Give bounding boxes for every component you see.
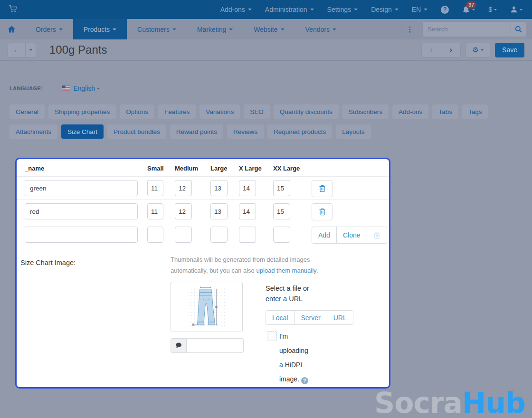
help-button[interactable]: ? [441, 6, 449, 14]
tab-size-chart[interactable]: Size Chart [61, 124, 104, 139]
hidpi-help-icon[interactable]: ? [301, 377, 308, 384]
tab-tabs[interactable]: Tabs [432, 104, 458, 119]
size-chart-thumbnail[interactable] [171, 282, 243, 332]
new-row-name-input[interactable] [25, 227, 138, 243]
row-name-input[interactable] [25, 203, 138, 219]
tab-product-bundles[interactable]: Product bundles [107, 124, 166, 139]
tab-variations[interactable]: Variations [200, 104, 240, 119]
chevron-down-icon [354, 9, 358, 10]
new-row-medium-input[interactable] [175, 227, 192, 243]
delete-row-button-disabled[interactable] [367, 227, 387, 244]
row-large-input[interactable] [210, 203, 228, 219]
hidpi-line1: I'm [279, 332, 288, 340]
row-name-input[interactable] [25, 180, 138, 196]
tab-reward-points[interactable]: Reward points [170, 124, 223, 139]
clone-row-button[interactable]: Clone [336, 227, 367, 244]
delete-row-button[interactable] [312, 180, 332, 197]
search-input[interactable] [422, 21, 511, 37]
menu-language-en[interactable]: EN [412, 6, 428, 13]
menu-administration[interactable]: Administration [265, 6, 314, 13]
cart-icon[interactable] [9, 5, 18, 14]
row-small-input[interactable] [147, 203, 163, 219]
back-split-button: ← [8, 43, 36, 57]
menu-design[interactable]: Design [371, 6, 399, 13]
menu-addons[interactable]: Add-ons [220, 6, 252, 13]
nav-website[interactable]: Website [243, 19, 294, 39]
trash-icon [373, 231, 380, 239]
account-menu[interactable] [510, 6, 522, 13]
nav-customers[interactable]: Customers [127, 19, 187, 39]
chevron-down-icon [424, 9, 428, 10]
nav-products[interactable]: Products [73, 19, 127, 39]
tab-layouts[interactable]: Layouts [336, 124, 370, 139]
upload-server-button[interactable]: Server [294, 310, 327, 325]
hidpi-label: I'm uploading a HiDPI image.? [279, 329, 319, 386]
nav-website-label: Website [254, 26, 277, 33]
previous-item-button[interactable]: ‹ [421, 43, 441, 57]
delete-row-button[interactable] [312, 203, 332, 220]
upload-manually-link[interactable]: upload them manually. [256, 267, 318, 274]
notifications-button[interactable]: 37 [462, 6, 475, 14]
nav-marketing[interactable]: Marketing [187, 19, 243, 39]
chevron-down-icon [395, 9, 399, 10]
nav-home[interactable] [0, 19, 25, 39]
hidpi-line2: uploading [279, 347, 308, 354]
nav-orders[interactable]: Orders [25, 19, 73, 39]
add-row-button[interactable]: Add [312, 227, 337, 244]
next-item-button[interactable]: › [441, 43, 461, 57]
tab-quantity-discounts[interactable]: Quantity discounts [274, 104, 339, 119]
new-row-small-input[interactable] [147, 227, 163, 243]
tab-tags[interactable]: Tags [462, 104, 488, 119]
back-dropdown-button[interactable] [25, 43, 36, 57]
menu-settings[interactable]: Settings [327, 6, 358, 13]
upload-local-button[interactable]: Local [266, 310, 294, 325]
gear-menu-button[interactable]: ⚙ [466, 43, 490, 57]
table-row-red [17, 200, 389, 223]
currency-menu[interactable]: $ [488, 6, 497, 13]
nav-marketing-label: Marketing [197, 26, 226, 33]
tab-features[interactable]: Features [158, 104, 196, 119]
row-large-input[interactable] [210, 180, 228, 196]
upload-url-button[interactable]: URL [327, 310, 353, 325]
tab-subscribers[interactable]: Subscribers [342, 104, 389, 119]
size-table-header: _name Small Medium Large X Large XX Larg… [17, 159, 389, 177]
tab-addons[interactable]: Add-ons [392, 104, 428, 119]
row-medium-input[interactable] [175, 180, 192, 196]
row-xlarge-input[interactable] [239, 203, 256, 219]
row-small-input[interactable] [147, 180, 163, 196]
thumbnail-hint-line2: automatically, but you can also upload t… [171, 267, 318, 274]
size-chart-panel-inner: _name Small Medium Large X Large XX Larg… [17, 159, 389, 387]
tab-seo[interactable]: SEO [244, 104, 270, 119]
new-row-large-input[interactable] [210, 227, 228, 243]
column-header-small: Small [147, 165, 164, 172]
nav-vendors[interactable]: Vendors [295, 19, 347, 39]
row-xxlarge-input[interactable] [273, 180, 290, 196]
tab-shipping-properties[interactable]: Shipping properties [48, 104, 116, 119]
more-actions-button[interactable]: ⋮ [401, 21, 418, 37]
image-alt-input[interactable] [187, 338, 244, 353]
user-icon [510, 6, 518, 13]
tab-options[interactable]: Options [120, 104, 154, 119]
new-row-xlarge-input[interactable] [239, 227, 256, 243]
language-selector[interactable]: English [62, 85, 100, 92]
hidpi-checkbox[interactable] [267, 331, 277, 341]
row-medium-input[interactable] [175, 203, 192, 219]
us-flag-icon [62, 86, 70, 91]
tab-attachments[interactable]: Attachments [10, 124, 57, 139]
select-file-text-line1: Select a file or [266, 285, 309, 292]
tab-reviews[interactable]: Reviews [227, 124, 264, 139]
top-navbar: Add-ons Administration Settings Design E… [0, 0, 532, 19]
title-bar: ← 100g Pants ‹ › ⚙ Save [0, 39, 532, 61]
language-row: LANGUAGE: English [10, 83, 532, 94]
search-button[interactable] [511, 21, 526, 37]
row-xlarge-input[interactable] [239, 180, 256, 196]
row-xxlarge-input[interactable] [273, 203, 290, 219]
save-button[interactable]: Save [495, 43, 524, 57]
tab-general[interactable]: General [10, 104, 45, 119]
tab-required-products[interactable]: Required products [267, 124, 332, 139]
chevron-down-icon [29, 49, 32, 51]
back-button[interactable]: ← [8, 43, 26, 57]
new-row-xxlarge-input[interactable] [273, 227, 290, 243]
chevron-down-icon [281, 28, 285, 30]
chevron-down-icon [113, 28, 116, 30]
